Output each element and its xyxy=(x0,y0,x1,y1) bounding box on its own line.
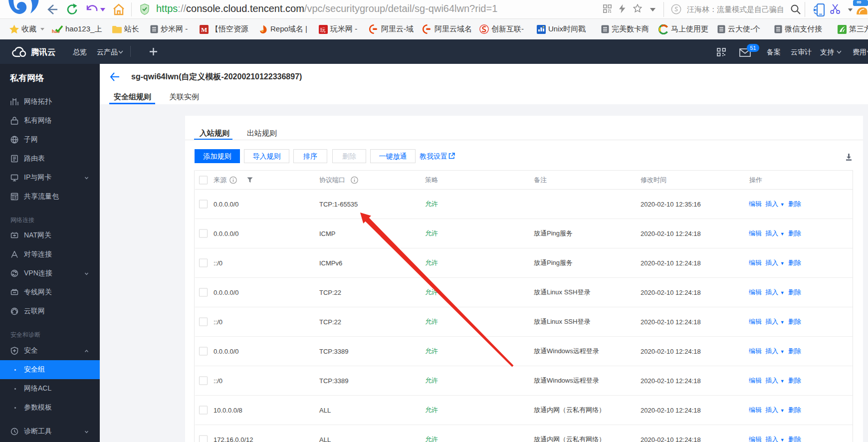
svg-text:M: M xyxy=(201,26,207,33)
svg-text:玩: 玩 xyxy=(320,26,326,32)
